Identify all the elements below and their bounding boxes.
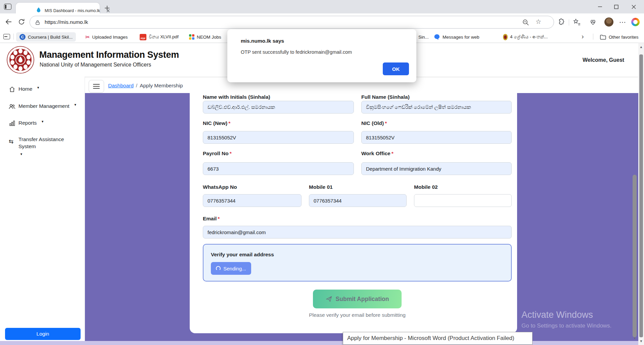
verify-email-title: Verify your email address [211, 252, 274, 258]
members-icon [9, 103, 15, 110]
full-name-input[interactable] [361, 101, 512, 114]
menu-toggle-button[interactable] [89, 80, 104, 93]
folder-icon [600, 34, 606, 40]
page-scrollbar-down-icon[interactable]: ▼ [633, 337, 636, 340]
mobile1-label: Mobile 01 [309, 184, 333, 190]
sidebar-item-member-management[interactable]: Member Management ▼ [9, 103, 77, 110]
scroll-up-icon[interactable]: ▲ [639, 45, 643, 49]
full-name-label: Full Name (Sinhala) [361, 94, 410, 100]
scissors-icon: ✂ [85, 34, 90, 40]
back-icon[interactable] [5, 18, 13, 27]
email-input[interactable] [203, 226, 512, 239]
tab-workspaces-icon[interactable] [4, 4, 11, 10]
activate-windows-subtext: Go to Settings to activate Windows. [521, 322, 611, 329]
whatsapp-label: WhatsApp No [203, 184, 237, 190]
extensions-icon[interactable] [557, 18, 565, 26]
name-initials-label: Name with Initials (Sinhala) [203, 94, 270, 100]
alert-dialog-title: mis.numo.lk says [241, 38, 284, 44]
bar-chart-icon [9, 120, 15, 127]
submit-application-button[interactable]: Submit Application [313, 290, 402, 308]
email-label: Email* [203, 216, 220, 222]
work-office-input[interactable] [361, 162, 512, 175]
browser-scrollbar-thumb[interactable] [639, 54, 643, 337]
settings-more-icon[interactable]: ⋯ [618, 18, 627, 26]
profile-avatar[interactable] [604, 17, 613, 27]
bookmark-grade4-etaksalawa[interactable]: 4 ශ්‍රේණිය - e-තක්... [503, 32, 548, 42]
chevron-down-icon: ▼ [20, 153, 23, 156]
work-office-label: Work Office* [361, 150, 394, 157]
coursera-icon: C [19, 34, 26, 40]
nic-old-label: NIC (Old)* [361, 120, 387, 126]
nic-new-label: NIC (New)* [203, 120, 230, 126]
bookmark-vinaya-pdf[interactable]: PDF විනය XLVII.pdf [140, 32, 179, 42]
home-icon [9, 86, 15, 93]
browser-tab[interactable]: MIS Dashboard - mis.numo.lk [16, 3, 100, 13]
bookmark-coursera[interactable]: C Coursera | Build Skil... [16, 32, 76, 42]
scroll-down-icon[interactable]: ▼ [639, 339, 643, 343]
breadcrumb-current: Apply Membership [140, 83, 183, 88]
address-bar[interactable]: https://mis.numo.lk ☆ [30, 16, 554, 29]
bookmark-uploaded-images[interactable]: ✂ Uploaded Images [85, 32, 128, 42]
transfer-arrows-icon: ⇆ [9, 136, 15, 143]
sidebar-item-home[interactable]: Home ▼ [9, 86, 40, 93]
sidebar-item-transfer-assistance[interactable]: ⇆ Transfer Assistance System▼ [9, 136, 81, 157]
pdf-icon: PDF [140, 34, 146, 40]
nic-new-input[interactable] [203, 131, 354, 144]
submit-note: Please verify your email before submitti… [257, 312, 458, 318]
site-subtitle: National Unity of Management Service Off… [40, 62, 151, 68]
window-maximize-button[interactable] [611, 3, 621, 11]
breadcrumb-dashboard-link[interactable]: Dashboard [108, 83, 134, 88]
emblem-icon [503, 34, 508, 40]
site-title: Management Information System [39, 50, 179, 60]
taskbar-tooltip: Apply for Membership - Microsoft Word (P… [343, 332, 533, 345]
email-verify-panel: Verify your email address Sending... [203, 244, 512, 282]
url-text[interactable]: https://mis.numo.lk [45, 19, 88, 25]
other-favorites-button[interactable]: Other favorites [600, 32, 639, 42]
copilot-icon[interactable] [631, 18, 640, 26]
bookmarks-sidebar-toggle-icon[interactable] [3, 34, 10, 39]
favorites-bar-icon[interactable] [573, 18, 581, 26]
chat-icon [434, 34, 440, 40]
payroll-input[interactable] [203, 162, 354, 175]
page-bottom-strip [0, 341, 638, 345]
nic-old-input[interactable] [361, 131, 512, 144]
application-form-card: Name with Initials (Sinhala) Full Name (… [190, 93, 517, 333]
paper-plane-icon [326, 296, 332, 302]
breadcrumb: Dashboard/Apply Membership [108, 83, 183, 89]
mobile1-input[interactable] [309, 194, 407, 207]
page-scrollbar-thumb[interactable] [633, 175, 637, 337]
puzzle-icon [189, 34, 194, 40]
new-tab-button[interactable] [103, 4, 111, 12]
browser-essentials-icon[interactable] [589, 18, 597, 26]
bookmarks-divider-2 [593, 34, 593, 40]
spinner-icon [216, 266, 221, 271]
name-initials-input[interactable] [203, 101, 354, 114]
activate-windows-watermark: Activate Windows [521, 310, 593, 320]
send-otp-button[interactable]: Sending... [211, 262, 251, 275]
window-close-button[interactable] [629, 3, 639, 11]
sidebar-item-reports[interactable]: Reports ▼ [9, 120, 44, 127]
zoom-out-icon[interactable] [522, 19, 530, 26]
bookmark-messages-for-web[interactable]: Messages for web [434, 32, 479, 42]
bookmark-neom-jobs[interactable]: NEOM Jobs [189, 32, 221, 42]
alert-ok-button[interactable]: OK [383, 62, 409, 75]
window-minimize-button[interactable] [595, 3, 605, 11]
browser-window: MIS Dashboard - mis.numo.lk https://mis.… [0, 0, 644, 345]
tab-title: MIS Dashboard - mis.numo.lk [45, 8, 100, 13]
mobile2-input[interactable] [414, 194, 512, 207]
lock-icon[interactable] [35, 20, 40, 25]
bookmark-truncated-sin[interactable]: Sin... [418, 32, 429, 42]
bookmarks-overflow-chevron-icon[interactable]: › [582, 33, 584, 40]
chevron-down-icon: ▼ [37, 86, 40, 89]
payroll-label: Payroll No* [203, 150, 232, 157]
browser-scrollbar[interactable]: ▲ ▼ [638, 43, 644, 345]
login-button[interactable]: Login [5, 328, 81, 340]
alert-dialog: mis.numo.lk says OTP sent successfully t… [227, 29, 416, 82]
whatsapp-input[interactable] [203, 194, 302, 207]
refresh-icon[interactable] [17, 18, 26, 27]
favorite-star-icon[interactable]: ☆ [536, 18, 541, 26]
mobile2-label: Mobile 02 [414, 184, 438, 190]
sidebar [0, 77, 85, 341]
chevron-down-icon: ▼ [41, 120, 44, 123]
numo-logo [7, 45, 34, 74]
